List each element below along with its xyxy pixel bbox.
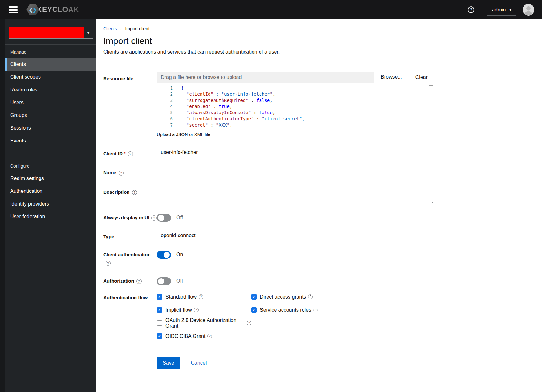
always-display-toggle[interactable] <box>157 214 171 222</box>
checkbox-label: Direct access grants <box>260 294 306 300</box>
editor-scrollbar[interactable] <box>428 83 434 128</box>
breadcrumb-separator-icon: › <box>121 27 122 31</box>
always-display-label: Always display in UI? <box>103 213 157 222</box>
description-label-text: Description <box>103 189 130 195</box>
realm-name-redacted <box>9 27 84 38</box>
json-code-editor[interactable]: 1{2 "clientId" : "user-info-fetcher",3 "… <box>157 83 434 128</box>
checkbox-standard-flow[interactable]: ✔ <box>157 294 162 300</box>
masthead: ❮❯ KEYCLOAK ? admin ▾ <box>0 0 542 19</box>
authorization-label: Authorization? <box>103 276 157 285</box>
help-icon[interactable]: ? <box>247 321 251 325</box>
sidebar-item-user-federation[interactable]: User federation <box>5 210 96 223</box>
authentication-flow-options: ✔Standard flow?✔Direct access grants?✔Im… <box>157 294 434 339</box>
checkbox-direct-access-grants[interactable]: ✔ <box>251 294 257 300</box>
help-icon[interactable]: ? <box>194 308 199 312</box>
help-icon[interactable]: ? <box>132 190 137 195</box>
name-label-text: Name <box>103 170 116 175</box>
checkbox-implicit-flow[interactable]: ✔ <box>157 307 162 313</box>
keycloak-logo: ❮❯ KEYCLOAK <box>26 4 79 15</box>
type-label: Type <box>103 230 157 241</box>
description-label: Description? <box>103 185 157 204</box>
checkbox-label: OAuth 2.0 Device Authorization Grant <box>165 317 245 329</box>
help-icon[interactable]: ? <box>106 261 111 266</box>
line-number: 7 <box>157 122 173 128</box>
help-icon[interactable]: ? <box>151 215 157 221</box>
name-input[interactable] <box>157 166 434 177</box>
client-id-input[interactable] <box>157 147 434 158</box>
authflow-option-implicit-flow: ✔Implicit flow? <box>157 307 251 313</box>
sidebar-item-groups[interactable]: Groups <box>5 109 96 122</box>
authflow-option-service-accounts-roles: ✔Service accounts roles? <box>251 307 434 313</box>
name-label: Name? <box>103 166 157 177</box>
sidebar-item-realm-settings[interactable]: Realm settings <box>5 172 96 185</box>
sidebar-item-sessions[interactable]: Sessions <box>5 122 96 134</box>
import-client-form: Resource file Drag a file here or browse… <box>103 72 534 369</box>
client-authentication-label: Client authentication? <box>103 250 157 267</box>
authorization-state: Off <box>176 278 183 284</box>
file-drop-zone[interactable]: Drag a file here or browse to upload <box>157 72 374 83</box>
chevron-down-icon: ▾ <box>509 8 511 12</box>
type-input[interactable] <box>157 230 434 241</box>
user-menu-dropdown[interactable]: admin ▾ <box>487 4 516 16</box>
code-text: "clientId" : "user-info-fetcher", <box>181 91 275 97</box>
realm-selector[interactable]: ▾ <box>9 27 93 39</box>
help-icon[interactable]: ? <box>136 279 142 284</box>
help-icon[interactable]: ? <box>119 171 124 176</box>
browse-button[interactable]: Browse... <box>374 72 409 83</box>
save-button[interactable]: Save <box>157 357 180 369</box>
description-textarea[interactable] <box>157 185 434 204</box>
code-line: 6 "clientAuthenticatorType" : "client-se… <box>157 116 434 122</box>
upload-helper-text: Upload a JSON or XML file <box>157 132 434 137</box>
sidebar-item-client-scopes[interactable]: Client scopes <box>5 71 96 83</box>
main-content: Clients › Import client Import client Cl… <box>96 19 542 392</box>
authorization-label-text: Authorization <box>103 278 134 284</box>
checkbox-service-accounts-roles[interactable]: ✔ <box>251 307 257 313</box>
page-subtitle: Clients are applications and services th… <box>103 49 534 55</box>
checkbox-label: Standard flow <box>165 294 197 300</box>
always-display-label-text: Always display in UI <box>103 215 149 220</box>
form-actions: Save Cancel <box>157 357 434 369</box>
help-icon[interactable]: ? <box>199 294 203 299</box>
code-line: 1{ <box>157 85 434 91</box>
help-icon[interactable]: ? <box>128 151 133 156</box>
logo-chevron-right-icon: ❯ <box>33 7 37 13</box>
indent-guide <box>178 91 178 125</box>
line-number: 4 <box>157 104 173 110</box>
clear-button[interactable]: Clear <box>409 72 434 83</box>
chevron-down-icon: ▾ <box>84 27 93 38</box>
sidebar-item-identity-providers[interactable]: Identity providers <box>5 198 96 210</box>
help-icon[interactable]: ? <box>468 6 474 13</box>
client-authentication-label-text: Client authentication <box>103 252 150 257</box>
page-title: Import client <box>103 36 534 46</box>
client-authentication-state: On <box>176 252 183 258</box>
breadcrumb-current: Import client <box>125 26 149 31</box>
sidebar-group-label-manage: Manage <box>5 45 96 58</box>
code-text: "clientAuthenticatorType" : "client-secr… <box>181 116 305 122</box>
sidebar-item-clients[interactable]: Clients <box>5 58 96 71</box>
client-authentication-toggle[interactable] <box>157 251 171 259</box>
authflow-option-oauth-2-0-device-authorization-grant: OAuth 2.0 Device Authorization Grant? <box>157 320 251 326</box>
help-icon[interactable]: ? <box>313 308 318 312</box>
client-id-label-text: Client ID <box>103 151 123 156</box>
checkbox-oauth-2-0-device-authorization-grant[interactable] <box>157 320 162 326</box>
authflow-option-oidc-ciba-grant: ✔OIDC CIBA Grant? <box>157 333 251 339</box>
cancel-link[interactable]: Cancel <box>191 360 207 366</box>
help-icon[interactable]: ? <box>207 334 212 338</box>
file-upload: Drag a file here or browse to upload Bro… <box>157 72 434 83</box>
authorization-toggle[interactable] <box>157 277 171 285</box>
logo-chevron-left-icon: ❮ <box>29 7 33 13</box>
sidebar-group-label-configure: Configure <box>5 159 96 172</box>
checkbox-oidc-ciba-grant[interactable]: ✔ <box>157 333 162 339</box>
help-icon[interactable]: ? <box>308 294 313 299</box>
authentication-flow-label: Authentication flow <box>103 294 157 339</box>
breadcrumb-clients-link[interactable]: Clients <box>103 26 117 31</box>
breadcrumb: Clients › Import client <box>103 26 534 31</box>
nav-toggle-icon[interactable] <box>9 6 18 13</box>
sidebar-item-events[interactable]: Events <box>5 134 96 147</box>
sidebar: ▾ ManageClientsClient scopesRealm rolesU… <box>0 19 96 392</box>
sidebar-item-realm-roles[interactable]: Realm roles <box>5 83 96 96</box>
avatar <box>523 4 534 16</box>
sidebar-item-authentication[interactable]: Authentication <box>5 185 96 198</box>
sidebar-item-users[interactable]: Users <box>5 96 96 109</box>
authflow-option-standard-flow: ✔Standard flow? <box>157 294 251 300</box>
